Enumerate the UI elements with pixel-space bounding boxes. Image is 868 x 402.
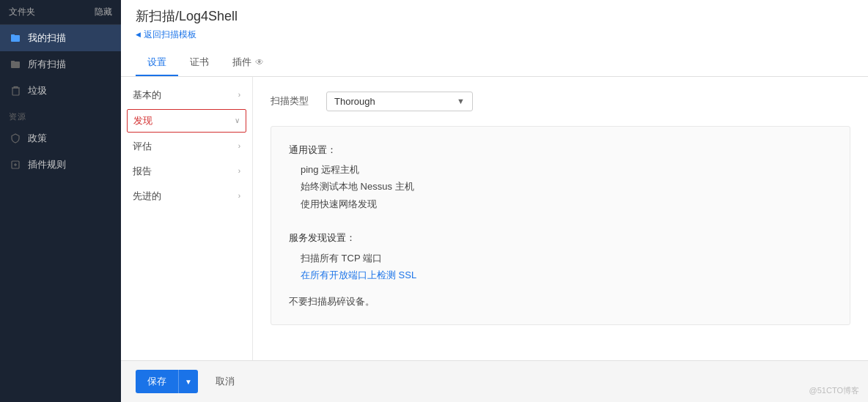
desc-general-item-2: 使用快速网络发现 [289,196,832,212]
scan-type-row: 扫描类型 Thorough ▼ [271,92,850,111]
nav-report[interactable]: 报告 › [121,159,252,184]
folder-icon [9,31,22,45]
sidebar-item-plugin-rules[interactable]: 插件规则 [0,152,121,178]
service-discovery-title: 服务发现设置： [289,229,832,246]
folder-all-icon [9,58,22,71]
my-scans-label: 我的扫描 [28,31,66,45]
nav-basic-arrow: › [238,91,240,99]
desc-general-item-1: 始终测试本地 Nessus 主机 [289,178,832,195]
svg-rect-2 [11,62,20,68]
nav-basic[interactable]: 基本的 › [121,83,252,108]
save-btn-group: 保存 ▼ [136,370,198,393]
desc-service-item-1[interactable]: 在所有开放端口上检测 SSL [289,267,832,283]
tab-settings[interactable]: 设置 [136,50,178,76]
desc-general-item-0: ping 远程主机 [289,161,832,178]
tab-cert[interactable]: 证书 [178,50,221,76]
save-button[interactable]: 保存 [136,370,178,393]
sidebar-item-trash[interactable]: 垃圾 [0,78,121,104]
files-label: 文件夹 [9,6,35,18]
nav-discovery-arrow: ∨ [235,116,240,124]
policy-label: 政策 [28,132,47,145]
nav-assessment[interactable]: 评估 › [121,134,252,159]
save-dropdown-button[interactable]: ▼ [178,370,198,393]
nav-basic-label: 基本的 [133,89,161,102]
eye-icon: 👁 [255,57,264,67]
tab-settings-label: 设置 [147,56,166,69]
trash-icon [9,84,22,97]
desc-service-item-0: 扫描所有 TCP 端口 [289,250,832,267]
sidebar-item-policy[interactable]: 政策 [0,125,121,152]
general-settings-title: 通用设置： [289,141,832,158]
nav-advanced-arrow: › [238,192,240,200]
sidebar-top: 文件夹 隐藏 [0,0,121,25]
nav-report-label: 报告 [133,165,152,178]
nav-advanced-label: 先进的 [133,190,161,203]
page-title: 新扫描/Log4Shell [136,7,853,25]
tab-cert-label: 证书 [190,56,209,69]
nav-discovery-label: 发现 [133,114,152,127]
tab-plugin[interactable]: 插件 👁 [221,50,276,76]
dropdown-arrow-icon: ▼ [457,97,465,105]
main-content: 新扫描/Log4Shell 返回扫描模板 设置 证书 插件 👁 基本的 › 发现 [121,0,868,402]
nav-discovery[interactable]: 发现 ∨ [127,109,246,133]
content-area: 基本的 › 发现 ∨ 评估 › 报告 › 先进的 › [121,77,868,361]
svg-rect-4 [12,88,19,95]
cancel-button[interactable]: 取消 [207,370,243,393]
all-scans-label: 所有扫描 [28,58,66,71]
tabs: 设置 证书 插件 👁 [136,50,853,76]
sidebar: 文件夹 隐藏 我的扫描 所有扫描 [0,0,121,402]
right-panel: 扫描类型 Thorough ▼ 通用设置： ping 远程主机 始终测试本地 N… [253,77,868,361]
scan-type-value: Thorough [334,96,375,107]
svg-rect-3 [11,61,15,62]
nav-report-arrow: › [238,167,240,175]
sidebar-item-all-scans[interactable]: 所有扫描 [0,51,121,78]
scan-type-label: 扫描类型 [271,94,315,108]
footer: 保存 ▼ 取消 [121,360,868,402]
watermark: @51CTO博客 [809,385,859,396]
svg-rect-0 [11,35,20,42]
svg-rect-1 [11,34,15,36]
back-link[interactable]: 返回扫描模板 [136,29,196,41]
shield-icon [9,132,22,145]
tab-plugin-label: 插件 [232,56,251,69]
sidebar-item-my-scans[interactable]: 我的扫描 [0,25,121,51]
page-header: 新扫描/Log4Shell 返回扫描模板 设置 证书 插件 👁 [121,0,868,77]
scan-type-dropdown[interactable]: Thorough ▼ [326,92,473,111]
plugin-icon [9,158,22,171]
nav-advanced[interactable]: 先进的 › [121,184,252,209]
left-nav: 基本的 › 发现 ∨ 评估 › 报告 › 先进的 › [121,77,253,361]
nav-assessment-arrow: › [238,142,240,150]
desc-note: 不要扫描易碎设备。 [289,293,832,310]
hide-label[interactable]: 隐藏 [95,6,112,18]
plugin-rules-label: 插件规则 [28,158,66,171]
description-box: 通用设置： ping 远程主机 始终测试本地 Nessus 主机 使用快速网络发… [271,126,850,326]
trash-label: 垃圾 [28,84,47,97]
nav-assessment-label: 评估 [133,140,152,153]
resources-section-label: 资源 [0,104,121,125]
